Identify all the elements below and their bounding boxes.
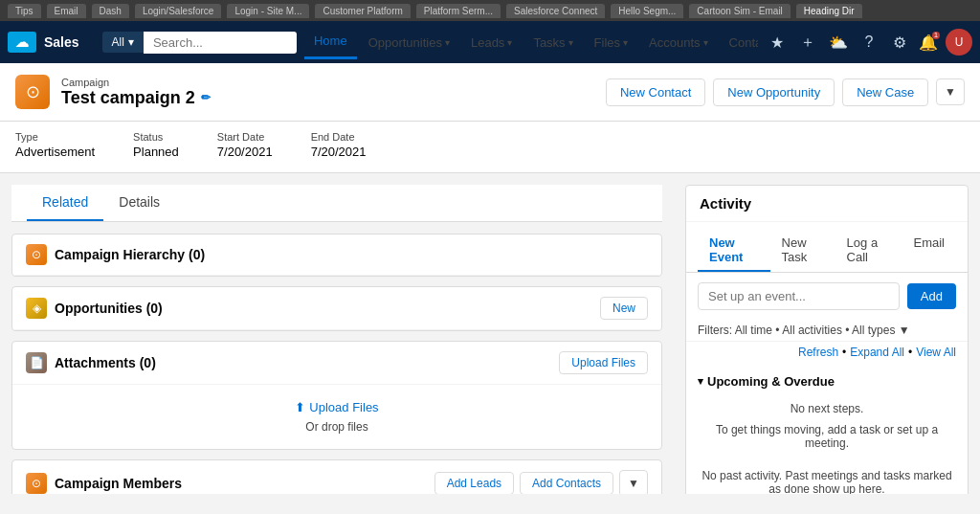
- main-layout: Related Details ⊙ Campaign Hierarchy (0)…: [0, 173, 980, 494]
- campaign-hierarchy-section: ⊙ Campaign Hierarchy (0): [11, 234, 662, 277]
- refresh-link[interactable]: Refresh: [798, 346, 838, 359]
- activity-input-row: Add: [686, 273, 968, 320]
- tab-related[interactable]: Related: [27, 185, 103, 221]
- opportunities-header: ◈ Opportunities (0) New: [12, 287, 661, 330]
- status-value: Planned: [133, 145, 179, 159]
- activity-card: Activity New Event New Task Log a Call E…: [685, 185, 969, 494]
- no-next-steps-sub: To get things moving, add a task or set …: [698, 423, 956, 450]
- tab-email[interactable]: Email: [902, 230, 956, 272]
- start-date-value: 7/20/2021: [217, 145, 273, 159]
- start-date-label: Start Date: [217, 131, 273, 143]
- nav-leads[interactable]: Leads▾: [461, 25, 522, 59]
- nav-tasks[interactable]: Tasks▾: [523, 25, 582, 59]
- tab-details[interactable]: Details: [103, 185, 175, 221]
- add-leads-button[interactable]: Add Leads: [434, 472, 514, 494]
- opportunities-section: ◈ Opportunities (0) New: [11, 286, 662, 331]
- chevron-down-icon: ▾: [128, 35, 134, 49]
- avatar[interactable]: U: [946, 29, 972, 56]
- filter-icon[interactable]: ▼: [899, 324, 910, 337]
- attachments-header: 📄 Attachments (0) Upload Files: [12, 342, 661, 385]
- no-next-steps: No next steps.: [698, 394, 956, 423]
- field-status: Status Planned: [133, 131, 179, 159]
- upload-icon: ⬆: [295, 400, 305, 414]
- field-type: Type Advertisement: [15, 131, 95, 159]
- right-panel: Activity New Event New Task Log a Call E…: [674, 173, 980, 494]
- activity-header: Activity: [686, 186, 968, 222]
- activity-tabs: New Event New Task Log a Call Email: [686, 222, 968, 273]
- campaign-members-title: Campaign Members: [55, 476, 182, 491]
- settings-icon[interactable]: ⚙: [888, 34, 911, 52]
- campaign-hierarchy-icon: ⊙: [26, 244, 47, 265]
- active-browser-tab[interactable]: Heading Dir: [796, 4, 862, 18]
- browser-tab[interactable]: Hello Segm...: [611, 4, 683, 18]
- record-title: Test campaign 2 ✏: [61, 88, 211, 108]
- field-start-date: Start Date 7/20/2021: [217, 131, 273, 159]
- upcoming-title: ▾ Upcoming & Overdue: [698, 374, 956, 389]
- nav-contacts[interactable]: Contacts▾: [720, 25, 758, 59]
- header-dropdown-button[interactable]: ▼: [936, 78, 965, 105]
- cloud-icon[interactable]: ⛅: [827, 34, 850, 52]
- sf-main-nav: Home Opportunities▾ Leads▾ Tasks▾ Files▾…: [304, 21, 758, 63]
- record-meta: Campaign Test campaign 2 ✏: [61, 77, 211, 108]
- browser-tab[interactable]: Email: [47, 4, 86, 18]
- edit-pencil-icon[interactable]: ✏: [201, 91, 211, 104]
- opportunities-icon: ◈: [26, 298, 47, 319]
- field-end-date: End Date 7/20/2021: [311, 131, 367, 159]
- campaign-members-header: ⊙ Campaign Members Add Leads Add Contact…: [12, 460, 661, 494]
- sf-appname: Sales: [44, 34, 79, 50]
- browser-tab[interactable]: Customer Platform: [315, 4, 410, 18]
- campaign-members-section: ⊙ Campaign Members Add Leads Add Contact…: [11, 459, 662, 494]
- tab-new-task[interactable]: New Task: [770, 230, 835, 272]
- browser-bar: Tips Email Dash Login/Salesforce Login -…: [0, 0, 980, 21]
- event-input[interactable]: [698, 282, 900, 310]
- campaign-hierarchy-title: Campaign Hierarchy (0): [55, 247, 205, 262]
- opportunities-title: Opportunities (0): [55, 301, 163, 316]
- attachments-title: Attachments (0): [55, 355, 156, 370]
- tab-new-event[interactable]: New Event: [698, 230, 770, 272]
- view-all-link[interactable]: View All: [916, 346, 956, 359]
- nav-files[interactable]: Files▾: [585, 25, 637, 59]
- browser-tab[interactable]: Tips: [8, 4, 41, 18]
- browser-tab[interactable]: Salesforce Connect: [506, 4, 605, 18]
- nav-home[interactable]: Home: [304, 25, 357, 59]
- type-label: Type: [15, 131, 95, 143]
- tab-log-call[interactable]: Log a Call: [835, 230, 902, 272]
- campaign-members-icon: ⊙: [26, 473, 47, 494]
- add-event-button[interactable]: Add: [907, 283, 956, 309]
- add-icon[interactable]: ＋: [796, 33, 819, 53]
- campaign-members-dropdown-button[interactable]: ▼: [619, 470, 648, 494]
- new-contact-button[interactable]: New Contact: [606, 78, 705, 106]
- type-value: Advertisement: [15, 145, 95, 159]
- new-opportunity-button[interactable]: New Opportunity: [713, 78, 835, 106]
- record-object-name: Campaign: [61, 77, 211, 88]
- search-input[interactable]: [144, 32, 297, 54]
- add-contacts-button[interactable]: Add Contacts: [520, 472, 613, 494]
- search-all-button[interactable]: All ▾: [102, 32, 144, 53]
- browser-tab[interactable]: Dash: [92, 4, 129, 18]
- favorites-icon[interactable]: ★: [766, 34, 789, 52]
- help-icon[interactable]: ?: [858, 34, 880, 51]
- activity-filters: Filters: All time • All activities • All…: [686, 320, 968, 342]
- campaign-icon: ⊙: [15, 75, 50, 109]
- upload-files-button[interactable]: Upload Files: [559, 351, 648, 374]
- nav-accounts[interactable]: Accounts▾: [639, 25, 717, 59]
- sf-logo[interactable]: ☁: [8, 32, 36, 53]
- browser-tab[interactable]: Login/Salesforce: [135, 4, 222, 18]
- no-past-activity: No past activity. Past meetings and task…: [686, 458, 968, 494]
- collapse-arrow-icon[interactable]: ▾: [698, 375, 703, 388]
- nav-opportunities[interactable]: Opportunities▾: [359, 25, 459, 59]
- expand-all-link[interactable]: Expand All: [850, 346, 904, 359]
- new-opportunity-section-button[interactable]: New: [600, 297, 648, 320]
- topbar-icons: ★ ＋ ⛅ ? ⚙ 🔔 1 U: [766, 29, 972, 56]
- new-case-button[interactable]: New Case: [842, 78, 928, 106]
- status-label: Status: [133, 131, 179, 143]
- sf-topbar: ☁ Sales All ▾ Home Opportunities▾ Leads▾…: [0, 21, 980, 63]
- campaign-hierarchy-header: ⊙ Campaign Hierarchy (0): [12, 235, 661, 276]
- browser-tab[interactable]: Cartoon Sim - Email: [689, 4, 790, 18]
- notification-badge[interactable]: 🔔 1: [919, 34, 938, 52]
- upload-files-link[interactable]: ⬆ Upload Files: [295, 400, 378, 414]
- record-fields: Type Advertisement Status Planned Start …: [0, 122, 980, 173]
- activity-filter-links: Refresh • Expand All • View All: [686, 342, 968, 367]
- browser-tab[interactable]: Platform Serm...: [416, 4, 501, 18]
- browser-tab[interactable]: Login - Site M...: [227, 4, 309, 18]
